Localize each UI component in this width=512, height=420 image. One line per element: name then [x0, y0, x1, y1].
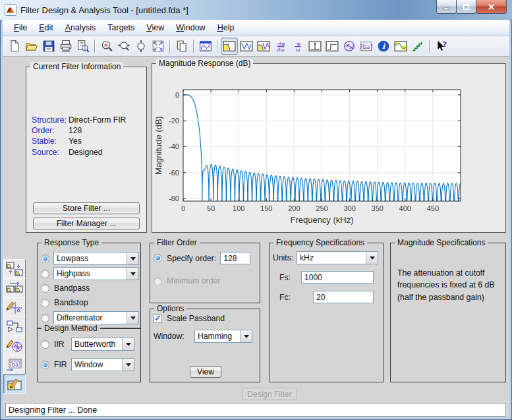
maximize-button[interactable]: [456, 0, 476, 14]
design-filter-button[interactable]: Design Filter: [242, 388, 297, 400]
open-file-button[interactable]: [23, 38, 40, 55]
bandpass-radio[interactable]: [41, 284, 49, 293]
minimize-button[interactable]: [436, 0, 457, 14]
maximize-icon: [463, 3, 470, 11]
transform-filter-button[interactable]: [3, 259, 26, 279]
view-button[interactable]: View: [190, 366, 221, 378]
magnitude-specs-group: Magnitude Specifications The attenuation…: [390, 243, 506, 382]
store-filter-button[interactable]: Store Filter ...: [33, 202, 140, 214]
filter-information-button[interactable]: [375, 38, 392, 55]
info-row: Source:Designed: [32, 147, 144, 158]
response-type-group: Response Type Lowpass Highpass Bandpass …: [37, 243, 141, 328]
menu-analysis[interactable]: Analysis: [59, 21, 102, 34]
design-filter-button[interactable]: [3, 374, 26, 394]
differentiator-radio[interactable]: [41, 314, 49, 322]
chevron-down-icon[interactable]: [127, 312, 138, 324]
fdatool-window: { "window": { "title": "Filter Design & …: [0, 0, 512, 420]
scale-passband-checkbox[interactable]: [154, 315, 162, 323]
copy-button[interactable]: [173, 38, 190, 55]
menu-edit[interactable]: Edit: [33, 21, 59, 34]
realize-model-button[interactable]: [3, 316, 26, 336]
svg-text:0: 0: [175, 91, 179, 99]
status-text: Designing Filter ... Done: [9, 405, 97, 415]
frequency-specs-title: Frequency Specifications: [273, 238, 367, 247]
pole-zero-plot-button[interactable]: [341, 38, 358, 55]
magnitude-phase-response-icon: [257, 40, 270, 53]
client-area: FileEditAnalysisTargetsViewWindowHelp Cu…: [3, 20, 509, 417]
zoom-x-icon: [117, 40, 130, 53]
highpass-select[interactable]: Highpass: [53, 267, 139, 280]
svg-text:-60: -60: [169, 169, 179, 177]
lowpass-select[interactable]: Lowpass: [53, 252, 139, 265]
lowpass-radio[interactable]: [41, 255, 49, 263]
differentiator-select[interactable]: Differentiator: [53, 311, 139, 324]
fs-field[interactable]: 1000: [301, 271, 374, 284]
set-quantization-icon: [6, 338, 23, 353]
fir-method-select[interactable]: Window: [71, 358, 134, 371]
bandstop-radio[interactable]: [41, 299, 49, 307]
impulse-response-button[interactable]: [306, 38, 324, 55]
chevron-down-icon[interactable]: [366, 252, 378, 264]
chevron-down-icon[interactable]: [127, 268, 138, 280]
minimum-order-radio[interactable]: [154, 277, 162, 285]
print-button[interactable]: [57, 38, 74, 55]
filter-manager-button[interactable]: Filter Manager ...: [33, 218, 140, 229]
magnitude-phase-response-button[interactable]: [255, 38, 272, 55]
full-view-button[interactable]: [150, 38, 167, 55]
set-quantization-button[interactable]: [3, 336, 26, 355]
menu-file[interactable]: File: [8, 21, 33, 34]
pole-zero-editor-button[interactable]: [3, 297, 26, 317]
specification-mask-button[interactable]: [392, 38, 409, 55]
iir-radio[interactable]: [41, 340, 49, 349]
toolbar-separator: [94, 40, 96, 53]
new-document-button[interactable]: [6, 38, 23, 55]
magnitude-response-panel: Magnitude Response (dB) 0501001502002503…: [152, 63, 506, 233]
specify-order-radio[interactable]: [154, 254, 162, 262]
zoom-y-button[interactable]: [132, 38, 150, 55]
specify-order-label: Specify order:: [167, 254, 216, 263]
filter-design-button[interactable]: [197, 38, 214, 55]
chevron-down-icon[interactable]: [127, 253, 138, 264]
print-preview-button[interactable]: [74, 38, 92, 55]
info-value: Direct-Form FIR: [69, 115, 126, 125]
units-select[interactable]: kHz: [297, 251, 378, 264]
units-label: Units:: [273, 253, 297, 262]
fc-field[interactable]: 20: [313, 291, 374, 303]
menu-targets[interactable]: Targets: [101, 21, 140, 34]
phase-delay-icon: [291, 40, 304, 53]
print-icon: [59, 40, 72, 53]
chevron-down-icon[interactable]: [240, 330, 252, 342]
multirate-filter-icon: [6, 281, 23, 295]
iir-method-select[interactable]: Butterworth: [71, 338, 134, 351]
specify-order-field[interactable]: 128: [220, 252, 250, 264]
multirate-filter-button[interactable]: [3, 278, 26, 298]
full-view-icon: [152, 40, 165, 53]
phase-delay-button[interactable]: [289, 38, 306, 55]
svg-text:150: 150: [260, 204, 272, 212]
filter-coefficients-button[interactable]: [358, 38, 375, 55]
menu-help[interactable]: Help: [212, 21, 241, 34]
quantization-noise-button[interactable]: [409, 38, 426, 55]
phase-response-button[interactable]: [238, 38, 255, 55]
zoom-in-button[interactable]: [98, 38, 115, 55]
window-label: Window:: [154, 332, 194, 341]
magnitude-specs-text: The attenuation at cutoff frequencies is…: [397, 267, 498, 303]
chevron-down-icon[interactable]: [122, 338, 134, 350]
context-help-button[interactable]: [433, 38, 450, 55]
save-button[interactable]: [40, 38, 57, 55]
highpass-radio[interactable]: [41, 270, 49, 278]
menu-window[interactable]: Window: [170, 21, 211, 34]
chevron-down-icon[interactable]: [122, 359, 134, 371]
design-method-title: Design Method: [42, 324, 100, 333]
toolbar-separator: [217, 40, 218, 53]
step-response-button[interactable]: [324, 38, 341, 55]
svg-text:Frequency (kHz): Frequency (kHz): [290, 215, 353, 225]
window-select[interactable]: Hamming: [194, 330, 252, 343]
import-filter-button[interactable]: [3, 355, 26, 375]
group-delay-button[interactable]: [272, 38, 289, 55]
menu-view[interactable]: View: [140, 21, 170, 34]
magnitude-response-button[interactable]: [221, 38, 238, 55]
close-button[interactable]: [476, 0, 507, 14]
fir-radio[interactable]: [41, 361, 49, 369]
zoom-x-button[interactable]: [115, 38, 132, 55]
